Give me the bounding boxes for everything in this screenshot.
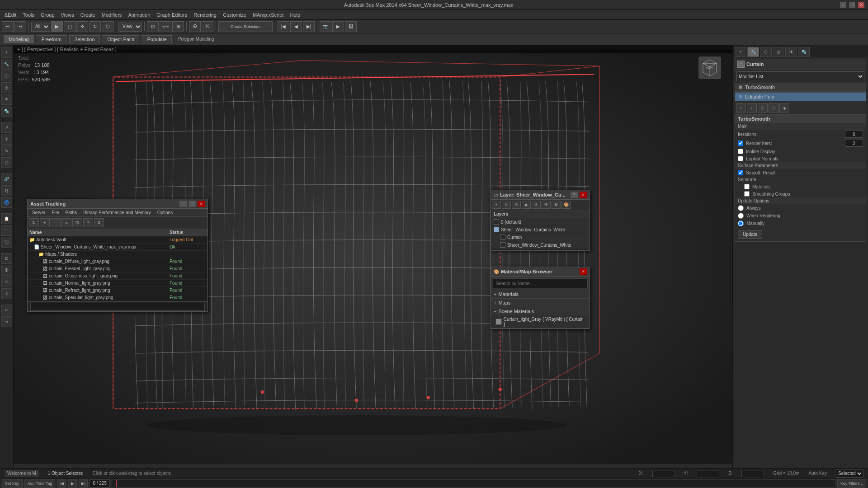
layer-visibility-checkbox[interactable] <box>494 219 499 225</box>
stop-btn[interactable]: ◀ <box>290 21 302 32</box>
tab-object-paint[interactable]: Object Paint <box>103 35 140 43</box>
display-btn[interactable]: 👁 <box>1 94 12 105</box>
rotate-tool[interactable]: ↻ <box>1 145 12 156</box>
asset-menu-item[interactable]: Server <box>29 210 48 216</box>
asset-row[interactable]: 🖼curtain_Refract_light_gray.pngFound <box>28 287 208 294</box>
modify-tab[interactable]: 🔧 <box>747 47 759 57</box>
asset-add-btn[interactable]: + <box>40 218 50 227</box>
materials-section-header[interactable]: + Materials <box>491 290 590 298</box>
asset-detail-view[interactable]: ⊞ <box>72 218 82 227</box>
menu-item[interactable]: Rendering <box>191 11 219 19</box>
scene-material-item[interactable]: Curtain_light_Gray ( VRayMtl ) [ Curtain… <box>491 315 590 328</box>
asset-row[interactable]: 📁Autodesk VaultLogged Out <box>28 236 208 244</box>
asset-options-btn[interactable]: ⚙ <box>94 218 104 227</box>
layer-row[interactable]: Sheer_Window_Curtains_White <box>491 226 590 234</box>
link-tool[interactable]: 🔗 <box>1 174 12 184</box>
layers-resize-handle[interactable] <box>491 249 590 250</box>
create-tools-btn[interactable]: + <box>1 47 12 58</box>
layer-add-object-btn[interactable]: ⊕ <box>512 201 521 209</box>
border-mode[interactable]: ⬡ <box>758 103 768 113</box>
when-rendering-radio[interactable] <box>738 213 744 219</box>
layer-row[interactable]: Sheer_Window_Curtains_White <box>491 241 590 249</box>
smoothing-groups-check[interactable] <box>744 191 750 197</box>
layer-visibility-checkbox[interactable] <box>494 227 499 232</box>
menu-item[interactable]: Views <box>58 11 77 19</box>
play-btn[interactable]: |◀ <box>278 21 289 32</box>
materials-check[interactable] <box>744 184 750 189</box>
select-tool[interactable]: ↗ <box>1 122 12 133</box>
menu-item[interactable]: Group <box>38 11 57 19</box>
layer-delete-btn[interactable]: ✕ <box>502 201 511 209</box>
tab-populate[interactable]: Populate <box>142 35 171 43</box>
asset-row[interactable]: 🖼curtain_Glossiness_light_gray.pngFound <box>28 272 208 280</box>
menu-item[interactable]: Help <box>287 11 303 19</box>
snap-toggle[interactable]: ⊡ <box>1 253 12 264</box>
asset-menu-item[interactable]: Bitmap Performance and Memory <box>80 210 154 216</box>
maximize-button[interactable]: □ <box>849 2 855 8</box>
mat-browser-close-btn[interactable]: ✕ <box>580 268 587 275</box>
search-input[interactable] <box>493 278 588 288</box>
scale-tool[interactable]: ⬡ <box>1 157 12 168</box>
render-iters-input[interactable] <box>845 140 863 147</box>
x-coord-input[interactable] <box>652 470 675 477</box>
maps-section-header[interactable]: + Maps <box>491 299 590 307</box>
asset-path-input[interactable] <box>30 303 205 311</box>
scale-btn[interactable]: ⬡ <box>102 21 113 32</box>
asset-remove-btn[interactable]: − <box>51 218 61 227</box>
selected-dropdown[interactable]: Selected <box>836 469 863 478</box>
scene-materials-header[interactable]: − Scene Materials <box>491 307 590 315</box>
asset-row[interactable]: 🖼curtain_Fresnel_light_grey.pngFound <box>28 265 208 272</box>
utilities-btn[interactable]: 🔩 <box>1 106 12 117</box>
view-select[interactable]: View <box>118 22 142 32</box>
select-region-btn[interactable]: ⬚ <box>64 21 75 32</box>
select-btn[interactable]: ▶ <box>51 21 63 32</box>
render-btn[interactable]: ▶ <box>332 21 344 32</box>
array-btn[interactable]: ⊞ <box>172 21 184 32</box>
layers-close-btn[interactable]: ✕ <box>580 192 587 198</box>
z-coord-input[interactable] <box>741 470 764 477</box>
angle-snap-btn[interactable]: ⦿ <box>189 21 201 32</box>
hierarchy-btn[interactable]: ⬡ <box>1 70 12 81</box>
close-button[interactable]: ✕ <box>858 2 864 8</box>
unlink-tool[interactable]: ⛓ <box>1 185 12 196</box>
layer-row[interactable]: Curtain <box>491 234 590 241</box>
layer-color-btn[interactable]: 🎨 <box>561 201 571 209</box>
create-tab[interactable]: + <box>735 47 746 57</box>
tab-modeling[interactable]: Modeling <box>4 35 34 43</box>
next-btn[interactable]: ▶| <box>303 21 315 32</box>
add-time-tag-btn[interactable]: Add Time Tag <box>24 479 56 488</box>
rotate-btn[interactable]: ↻ <box>89 21 101 32</box>
menu-item[interactable]: Graph Editors <box>154 11 190 19</box>
asset-row[interactable]: 🖼curtain_Normal_light_gray.pngFound <box>28 280 208 287</box>
move-btn[interactable]: ✛ <box>76 21 88 32</box>
tab-selection[interactable]: Selection <box>69 35 99 43</box>
asset-maximize-btn[interactable]: □ <box>189 201 196 207</box>
window-controls[interactable]: – □ ✕ <box>840 2 864 8</box>
display-tab[interactable]: 👁 <box>785 47 797 57</box>
layer-select-btn[interactable]: ▶ <box>522 201 531 209</box>
iterations-input[interactable] <box>845 131 863 138</box>
create-selection-btn[interactable]: Create Selection <box>218 21 273 32</box>
angle-snap[interactable]: ⦿ <box>1 265 12 276</box>
prev-frame-btn[interactable]: |◀ <box>57 479 66 488</box>
undo-side[interactable]: ↩ <box>1 305 12 315</box>
asset-menu-item[interactable]: Paths <box>63 210 80 216</box>
menu-item[interactable]: Animation <box>125 11 153 19</box>
render-setup-btn[interactable]: 📷 <box>320 21 331 32</box>
redo-side[interactable]: ↪ <box>1 316 12 327</box>
asset-menu-item[interactable]: File <box>49 210 61 216</box>
tab-freeform[interactable]: Freeform <box>37 35 67 43</box>
asset-row[interactable]: 📁Maps / Shaders <box>28 251 208 258</box>
asset-row[interactable]: 🖼curtain_Diffuse_light_gray.pngFound <box>28 258 208 265</box>
bind-to-space-warp[interactable]: 🌀 <box>1 197 12 208</box>
asset-close-btn[interactable]: ✕ <box>198 201 205 207</box>
motion-btn[interactable]: ◎ <box>1 82 12 93</box>
spinner-snap[interactable]: ⇕ <box>1 288 12 299</box>
render-frame-btn[interactable]: 🖼 <box>345 21 357 32</box>
percent-snap[interactable]: % <box>1 277 12 287</box>
hierarchy-tab[interactable]: ⬡ <box>760 47 772 57</box>
asset-help-btn[interactable]: ? <box>83 218 93 227</box>
layer-hide-btn[interactable]: 👁 <box>542 201 551 209</box>
asset-row[interactable]: 🖼curtain_Specular_light_gray.pngFound <box>28 294 208 301</box>
motion-tab[interactable]: ◎ <box>773 47 784 57</box>
